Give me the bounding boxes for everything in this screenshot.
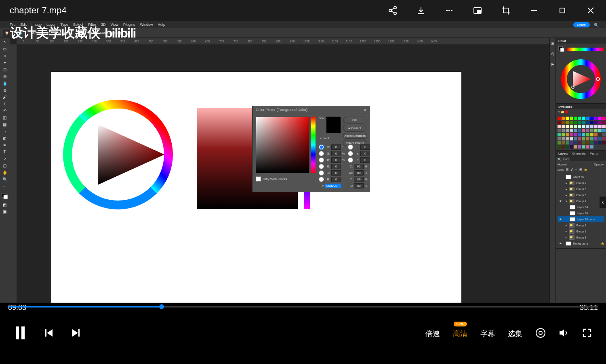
c-input[interactable] — [354, 164, 364, 169]
hue-strip-panel[interactable] — [567, 48, 604, 51]
path-tool[interactable]: ↗ — [0, 155, 9, 162]
next-button[interactable] — [72, 328, 80, 339]
lab-b-input[interactable] — [360, 157, 370, 163]
swatch[interactable] — [558, 133, 561, 136]
lock-all-icon[interactable]: 🔒 — [584, 168, 587, 171]
wand-tool[interactable]: ✦ — [0, 59, 9, 66]
swatch[interactable] — [578, 121, 581, 124]
dodge-tool[interactable]: ◐ — [0, 135, 9, 141]
layer-filter-input[interactable] — [570, 157, 606, 161]
layer-row[interactable]: ▸📁Group 3 — [558, 222, 604, 228]
side-expand-tab[interactable]: ‹ — [600, 197, 606, 208]
swatch[interactable] — [586, 137, 589, 140]
swatch[interactable] — [570, 145, 573, 149]
swatch[interactable] — [594, 141, 598, 144]
layer-row[interactable]: ▸📁Group 1 — [558, 234, 604, 241]
swatch[interactable] — [586, 145, 589, 149]
actions-sidebar-icon[interactable]: ▶ — [551, 62, 554, 66]
hand-tool[interactable]: ✋ — [0, 169, 9, 176]
bl-radio[interactable] — [319, 177, 324, 182]
swatch[interactable] — [582, 137, 585, 140]
y-input[interactable] — [354, 177, 364, 182]
swatch[interactable] — [590, 137, 593, 140]
swatch[interactable] — [562, 145, 565, 149]
playlist-button[interactable]: 选集 — [508, 329, 522, 339]
r-input[interactable] — [331, 164, 341, 169]
swatch[interactable] — [582, 125, 585, 128]
lock-artboard-icon[interactable]: ▣ — [579, 168, 582, 171]
swatch[interactable] — [558, 137, 561, 140]
progress-bar[interactable] — [8, 306, 598, 308]
a-radio[interactable] — [348, 151, 353, 156]
swatch[interactable] — [574, 129, 577, 132]
swatch[interactable] — [570, 121, 573, 124]
marquee-tool[interactable]: ▭ — [0, 46, 9, 52]
swatch[interactable] — [566, 137, 569, 140]
layer-visibility-icon[interactable]: 👁 — [558, 200, 562, 203]
swatch[interactable] — [578, 125, 581, 128]
h-radio[interactable] — [319, 144, 324, 150]
swatch[interactable] — [602, 125, 606, 128]
volume-icon[interactable] — [559, 328, 569, 340]
lock-transparency-icon[interactable]: ▦ — [566, 168, 569, 171]
swatch[interactable] — [578, 141, 581, 144]
swatch[interactable] — [586, 121, 589, 124]
layer-visibility-icon[interactable]: 👁 — [558, 218, 562, 221]
swatch[interactable] — [598, 137, 602, 140]
ok-button[interactable]: OK — [343, 117, 366, 123]
swatch[interactable] — [590, 129, 593, 132]
layer-row[interactable]: ▸📁Group 2 — [558, 228, 604, 234]
layer-row[interactable]: Layer 34 — [558, 204, 604, 210]
swatch[interactable] — [602, 141, 606, 144]
crop-tool[interactable]: ⊡ — [0, 66, 9, 73]
b-radio[interactable] — [319, 157, 324, 163]
swatch[interactable] — [578, 117, 581, 120]
eyedropper-tool[interactable]: 💧 — [0, 80, 9, 86]
g-input[interactable] — [331, 170, 341, 176]
swatch[interactable] — [570, 125, 573, 128]
swatch[interactable] — [570, 129, 573, 132]
home-icon[interactable]: 🏠 — [3, 29, 11, 37]
close-icon[interactable] — [585, 5, 596, 16]
swatch[interactable] — [598, 121, 602, 124]
layer-row[interactable]: ▸📁Group 6 — [558, 186, 604, 192]
cancel-button[interactable]: ● Cancel — [343, 125, 366, 132]
paths-tab[interactable]: Paths — [590, 152, 598, 155]
swatch[interactable] — [586, 133, 589, 136]
swatch[interactable] — [566, 141, 569, 144]
settings-icon[interactable] — [535, 328, 546, 340]
channels-tab[interactable]: Channels — [572, 152, 586, 155]
hex-input[interactable] — [325, 184, 341, 188]
swatch[interactable] — [590, 117, 593, 120]
fg-bg-swatch[interactable] — [558, 46, 565, 52]
bl-input[interactable] — [331, 177, 341, 182]
swatch[interactable] — [562, 121, 565, 124]
share-icon[interactable] — [387, 5, 398, 16]
history-sidebar-icon[interactable]: ▣ — [551, 41, 555, 45]
swatch[interactable] — [590, 141, 593, 144]
swatch[interactable] — [594, 125, 598, 128]
swatch[interactable] — [594, 129, 598, 132]
swatch[interactable] — [566, 145, 569, 149]
lab-b-radio[interactable] — [348, 157, 353, 163]
progress-handle[interactable] — [159, 304, 164, 309]
eraser-tool[interactable]: ◫ — [0, 114, 9, 121]
swatch[interactable] — [562, 137, 565, 140]
layers-tab[interactable]: Layers — [558, 152, 568, 155]
frame-tool[interactable]: ⊞ — [0, 73, 9, 79]
h-input[interactable] — [331, 144, 341, 150]
web-colors-checkbox[interactable] — [256, 176, 261, 182]
swatch[interactable] — [578, 133, 581, 136]
swatch[interactable] — [602, 129, 606, 132]
b-input[interactable] — [331, 157, 341, 163]
swatch[interactable] — [570, 137, 573, 140]
pip-icon[interactable] — [472, 5, 483, 16]
swatch[interactable] — [562, 133, 565, 136]
color-swatch-tool[interactable] — [0, 191, 9, 201]
swatch[interactable] — [566, 133, 569, 136]
swatch[interactable] — [582, 141, 585, 144]
swatch[interactable] — [586, 117, 589, 120]
prev-button[interactable] — [44, 328, 53, 339]
l-radio[interactable] — [348, 144, 353, 150]
crop-icon[interactable] — [500, 5, 511, 16]
